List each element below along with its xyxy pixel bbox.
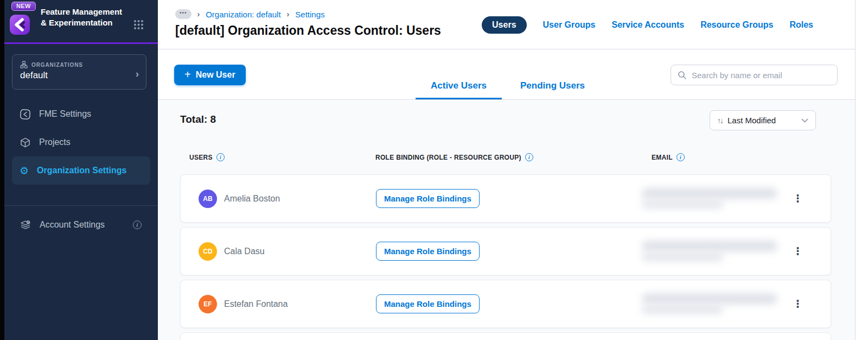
new-badge: NEW [11, 2, 36, 11]
email-redacted [636, 184, 788, 214]
search-icon [678, 71, 687, 80]
sidebar-item-label: FME Settings [39, 109, 91, 119]
user-cell: EF Estefan Fontana [181, 295, 376, 313]
plus-icon: + [184, 68, 191, 81]
tab-users[interactable]: Users [482, 16, 526, 34]
column-header-users: USERS i [180, 153, 375, 161]
email-redacted [636, 289, 788, 319]
avatar: AB [199, 190, 217, 208]
chevron-right-icon: › [197, 10, 200, 18]
table-row: CD Cala Dasu Manage Role Bindings ⋮ [180, 227, 831, 275]
manage-role-bindings-button[interactable]: Manage Role Bindings [376, 294, 480, 313]
brand-accent-line [4, 42, 158, 44]
kebab-menu-icon[interactable]: ⋮ [788, 244, 807, 259]
search-input[interactable] [692, 71, 831, 80]
table-row: EF Estefan Fontana Manage Role Bindings … [180, 280, 831, 328]
org-hierarchy-icon [20, 61, 28, 68]
tab-resource-groups[interactable]: Resource Groups [700, 20, 773, 30]
fme-logo [10, 15, 30, 35]
column-header-role-binding: ROLE BINDING (ROLE - RESOURCE GROUP) i [375, 153, 620, 161]
breadcrumb-link-organization[interactable]: Organization: default [206, 10, 280, 19]
sidebar-item-label: Account Settings [40, 220, 105, 230]
sidebar: NEW Feature Management & Experimentation [4, 0, 158, 340]
split-logo-icon [10, 15, 30, 35]
organization-selector[interactable]: ORGANIZATIONS default › [12, 54, 146, 90]
info-icon[interactable]: i [525, 153, 533, 161]
user-rows: AB Amelia Boston Manage Role Bindings ⋮ … [180, 174, 831, 340]
sidebar-item-account-settings[interactable]: Account Settings i [4, 211, 158, 239]
user-name: Estefan Fontana [224, 299, 288, 309]
screen: NEW Feature Management & Experimentation [0, 0, 868, 340]
column-header-label: EMAIL [652, 154, 673, 161]
column-header-label: USERS [189, 154, 213, 161]
avatar: EF [199, 295, 217, 313]
search-box[interactable] [671, 65, 838, 85]
new-user-button[interactable]: + New User [174, 65, 246, 85]
tab-roles[interactable]: Roles [789, 20, 813, 30]
column-header-label: ROLE BINDING (ROLE - RESOURCE GROUP) [375, 154, 521, 161]
sort-dropdown-value: Last Modified [727, 116, 796, 125]
total-count: Total: 8 [180, 114, 216, 125]
sort-arrows-icon: ↑↓ [717, 116, 723, 125]
kebab-menu-icon[interactable]: ⋮ [788, 191, 807, 206]
user-cell: CD Cala Dasu [181, 242, 376, 261]
cube-icon [20, 137, 31, 148]
info-icon[interactable]: i [133, 221, 142, 229]
page-title: [default] Organization Access Control: U… [175, 23, 441, 38]
toolbar: + New User Active Users Pending Users [158, 49, 855, 100]
main-content: ••• › Organization: default › Settings [… [158, 0, 856, 340]
avatar: CD [199, 242, 217, 261]
manage-role-bindings-button[interactable]: Manage Role Bindings [376, 189, 480, 208]
org-selector-value: default [20, 70, 138, 81]
user-view-tabs: Active Users Pending Users [416, 49, 600, 99]
table-header-row: USERS i ROLE BINDING (ROLE - RESOURCE GR… [180, 153, 831, 161]
gear-icon: ⚙ [20, 166, 29, 176]
kebab-menu-icon[interactable]: ⋮ [788, 297, 807, 311]
breadcrumb-link-settings[interactable]: Settings [295, 10, 324, 19]
manage-role-bindings-button[interactable]: Manage Role Bindings [376, 242, 480, 261]
chevron-right-icon: › [136, 68, 139, 80]
sidebar-divider [4, 205, 158, 206]
sidebar-nav: FME Settings Projects ⚙ Organization Set… [4, 100, 158, 239]
table-row: AB Amelia Boston Manage Role Bindings ⋮ [180, 174, 831, 223]
table-row-partial [180, 332, 831, 340]
info-icon[interactable]: i [216, 153, 225, 161]
chevron-right-icon: › [287, 10, 290, 18]
tab-active-users[interactable]: Active Users [416, 80, 502, 99]
breadcrumb: ••• › Organization: default › Settings [175, 9, 324, 19]
access-control-nav: Users User Groups Service Accounts Resou… [482, 16, 813, 34]
fme-settings-icon [20, 109, 31, 120]
column-header-email: EMAIL i [652, 153, 788, 161]
email-redacted [636, 236, 788, 267]
user-name: Cala Dasu [224, 247, 265, 256]
tab-pending-users[interactable]: Pending Users [505, 80, 600, 99]
sidebar-item-label: Projects [39, 137, 71, 147]
sidebar-item-label: Organization Settings [37, 166, 126, 175]
new-user-button-label: New User [196, 70, 235, 80]
user-name: Amelia Boston [224, 194, 280, 204]
breadcrumb-ellipsis-button[interactable]: ••• [175, 9, 192, 19]
sidebar-item-organization-settings[interactable]: ⚙ Organization Settings [12, 156, 150, 185]
users-panel: Total: 8 ↑↓ Last Modified USERS i ROLE B… [158, 100, 855, 340]
sort-dropdown[interactable]: ↑↓ Last Modified [710, 110, 816, 130]
page-header: ••• › Organization: default › Settings [… [158, 0, 855, 49]
tab-service-accounts[interactable]: Service Accounts [611, 20, 684, 30]
user-cell: AB Amelia Boston [181, 190, 376, 208]
sidebar-item-projects[interactable]: Projects [4, 128, 158, 156]
org-selector-label: ORGANIZATIONS [31, 62, 83, 68]
product-title: Feature Management & Experimentation [41, 7, 127, 28]
sidebar-item-fme-settings[interactable]: FME Settings [4, 100, 158, 128]
window-edge-strip [0, 0, 4, 340]
info-icon[interactable]: i [676, 153, 685, 161]
layers-gear-icon [20, 219, 31, 231]
tab-user-groups[interactable]: User Groups [543, 20, 596, 30]
chevron-down-icon [801, 118, 808, 123]
app-grid-icon[interactable] [133, 20, 144, 30]
